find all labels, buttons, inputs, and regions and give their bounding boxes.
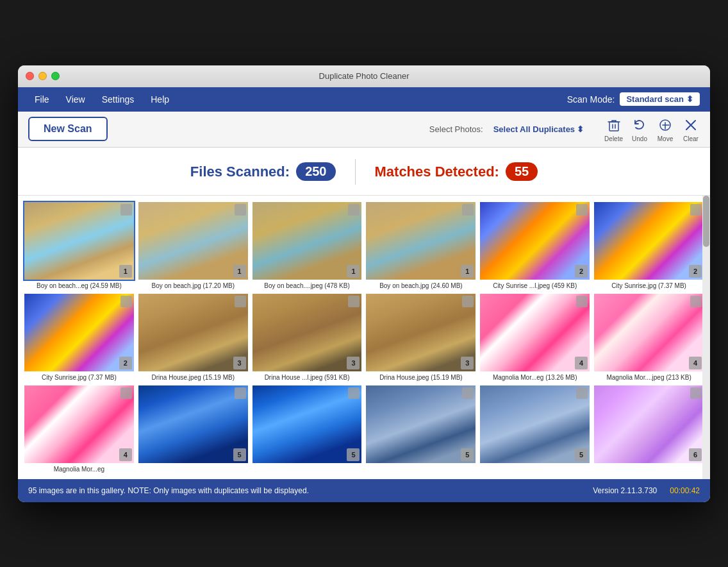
matches-detected-stat: Matches Detected: 55 [356, 162, 558, 181]
photo-thumbnail[interactable]: 2 [479, 201, 591, 281]
photo-group-badge: 1 [119, 265, 132, 278]
gallery-container: 1 Boy on beach...eg (24.59 MB) 1 Boy on … [18, 196, 710, 479]
photo-checkbox[interactable] [235, 296, 246, 307]
scan-mode-value[interactable]: Standard scan ⬍ [620, 92, 700, 106]
toolbar: New Scan Select Photos: Select All Dupli… [18, 112, 710, 148]
photo-thumbnail[interactable]: 6 [593, 384, 705, 464]
photo-thumbnail[interactable]: 2 [23, 292, 135, 373]
scan-mode-selector[interactable]: Scan Mode: Standard scan ⬍ [567, 92, 700, 106]
photo-checkbox[interactable] [576, 296, 588, 307]
photo-thumbnail[interactable]: 5 [251, 384, 363, 464]
photo-thumbnail[interactable]: 4 [479, 292, 591, 373]
photo-name: Boy on beach....jpeg (478 KB) [251, 281, 363, 291]
photo-thumbnail[interactable]: 1 [365, 201, 477, 281]
move-action[interactable]: Move [656, 116, 674, 142]
photo-thumbnail[interactable]: 1 [137, 201, 249, 281]
photo-group-badge: 5 [461, 448, 474, 461]
list-item[interactable]: 5 [251, 384, 363, 474]
list-item[interactable]: 1 Boy on beach...eg (24.59 MB) [23, 201, 135, 291]
photo-checkbox[interactable] [235, 387, 246, 399]
clear-icon [682, 116, 700, 134]
delete-action[interactable]: Delete [604, 116, 623, 142]
undo-action[interactable]: Undo [631, 116, 649, 142]
photo-thumbnail[interactable]: 1 [251, 201, 363, 281]
photo-thumbnail[interactable]: 5 [137, 384, 249, 464]
menu-view[interactable]: View [60, 92, 92, 107]
photo-group-badge: 5 [575, 448, 588, 461]
traffic-lights [26, 72, 60, 80]
clear-action[interactable]: Clear [682, 116, 700, 142]
photo-checkbox[interactable] [120, 387, 132, 399]
files-scanned-stat: Files Scanned: 250 [171, 162, 355, 181]
photo-group-badge: 3 [461, 357, 474, 369]
photo-thumbnail[interactable]: 4 [593, 292, 705, 373]
photo-group-badge: 3 [233, 357, 246, 369]
list-item[interactable]: 1 Boy on beach.jpg (17.20 MB) [137, 201, 249, 291]
photo-name: City Sunrise.jpg (7.37 MB) [593, 281, 705, 291]
status-bar: 95 images are in this gallery. NOTE: Onl… [18, 479, 710, 502]
photo-thumbnail[interactable]: 3 [365, 292, 477, 373]
photo-thumbnail[interactable]: 2 [593, 201, 705, 281]
list-item[interactable]: 1 Boy on beach....jpeg (478 KB) [251, 201, 363, 291]
list-item[interactable]: 5 [137, 384, 249, 474]
photo-grid: 1 Boy on beach...eg (24.59 MB) 1 Boy on … [18, 196, 710, 479]
list-item[interactable]: 2 City Sunrise ...l.jpeg (459 KB) [479, 201, 591, 291]
photo-checkbox[interactable] [348, 387, 360, 399]
photo-name: Magnolia Mor...eg [23, 464, 135, 474]
photo-name [137, 464, 249, 467]
photo-checkbox[interactable] [462, 296, 474, 307]
photo-checkbox[interactable] [348, 296, 360, 307]
photo-thumbnail[interactable]: 5 [365, 384, 477, 464]
list-item[interactable]: 4 Magnolia Mor....jpeg (213 KB) [593, 292, 705, 382]
list-item[interactable]: 4 Magnolia Mor...eg [23, 384, 135, 474]
list-item[interactable]: 3 Drina House ...l.jpeg (591 KB) [251, 292, 363, 382]
photo-checkbox[interactable] [235, 204, 246, 216]
list-item[interactable]: 5 [365, 384, 477, 474]
photo-name: City Sunrise.jpg (7.37 MB) [23, 373, 135, 382]
scrollbar-thumb[interactable] [703, 196, 709, 247]
photo-group-badge: 4 [119, 448, 132, 461]
menu-help[interactable]: Help [144, 92, 176, 107]
photo-checkbox[interactable] [120, 296, 132, 307]
list-item[interactable]: 1 Boy on beach.jpg (24.60 MB) [365, 201, 477, 291]
new-scan-button[interactable]: New Scan [28, 117, 108, 141]
trash-icon [605, 116, 623, 134]
list-item[interactable]: 4 Magnolia Mor...eg (13.26 MB) [479, 292, 591, 382]
photo-checkbox[interactable] [690, 204, 702, 216]
photo-thumbnail[interactable]: 3 [251, 292, 363, 373]
close-button[interactable] [26, 72, 34, 80]
photo-group-badge: 1 [347, 265, 360, 278]
menu-settings[interactable]: Settings [95, 92, 141, 107]
photo-checkbox[interactable] [690, 296, 702, 307]
list-item[interactable]: 3 Drina House.jpeg (15.19 MB) [365, 292, 477, 382]
maximize-button[interactable] [51, 72, 60, 80]
matches-detected-label: Matches Detected: [375, 164, 499, 180]
select-photos-dropdown[interactable]: Select All Duplicates ⬍ [493, 124, 584, 134]
list-item[interactable]: 2 City Sunrise.jpg (7.37 MB) [593, 201, 705, 291]
photo-name: Drina House.jpeg (15.19 MB) [137, 373, 249, 382]
stats-bar: Files Scanned: 250 Matches Detected: 55 [18, 148, 710, 196]
list-item[interactable]: 2 City Sunrise.jpg (7.37 MB) [23, 292, 135, 382]
photo-checkbox[interactable] [576, 387, 588, 399]
photo-checkbox[interactable] [120, 204, 132, 216]
menu-file[interactable]: File [28, 92, 56, 107]
list-item[interactable]: 5 [479, 384, 591, 474]
list-item[interactable]: 3 Drina House.jpeg (15.19 MB) [137, 292, 249, 382]
photo-group-badge: 1 [233, 265, 246, 278]
photo-checkbox[interactable] [462, 387, 474, 399]
photo-thumbnail[interactable]: 3 [137, 292, 249, 373]
photo-checkbox[interactable] [462, 204, 474, 216]
photo-checkbox[interactable] [576, 204, 588, 216]
photo-thumbnail[interactable]: 5 [479, 384, 591, 464]
photo-checkbox[interactable] [348, 204, 360, 216]
photo-thumbnail[interactable]: 4 [23, 384, 135, 464]
photo-checkbox[interactable] [690, 387, 702, 399]
minimize-button[interactable] [38, 72, 47, 80]
photo-name: Boy on beach.jpg (24.60 MB) [365, 281, 477, 291]
photo-thumbnail[interactable]: 1 [23, 201, 135, 281]
scrollbar-track[interactable] [702, 196, 710, 479]
photo-group-badge: 2 [119, 357, 132, 369]
main-window: Duplicate Photo Cleaner File View Settin… [18, 65, 710, 502]
photo-name [593, 464, 705, 467]
list-item[interactable]: 6 [593, 384, 705, 474]
